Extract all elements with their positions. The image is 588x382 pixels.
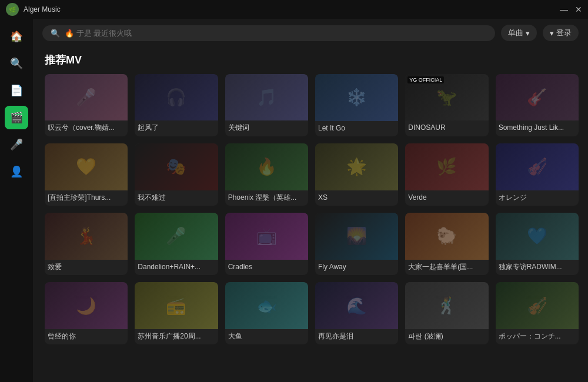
- mv-card-9[interactable]: 🔥Phoenix 涅槃（英雄...: [225, 143, 308, 206]
- search-type-button[interactable]: 单曲 ▾: [501, 25, 537, 41]
- sidebar-item-home[interactable]: 🏠: [5, 25, 28, 48]
- mv-grid: 🎤叹云兮（cover.鞠婧...🎧起风了🎵关键词❄️Let It Go🦖YG O…: [45, 74, 579, 344]
- sidebar-item-artist[interactable]: 🎤: [5, 133, 28, 156]
- mv-title-13: 致爱: [45, 260, 128, 276]
- mv-title-2: 起风了: [135, 120, 218, 136]
- mv-card-19[interactable]: 🌙曾经的你: [45, 282, 128, 344]
- mv-title-15: Cradles: [225, 260, 308, 276]
- mv-card-21[interactable]: 🐟大鱼: [225, 282, 308, 344]
- mv-card-10[interactable]: 🌟XS: [315, 143, 398, 206]
- mv-title-7: [直拍主珍荣]Thurs...: [45, 190, 128, 206]
- mv-card-8[interactable]: 🎭我不难过: [135, 143, 218, 206]
- login-label: 登录: [556, 28, 572, 38]
- mv-card-5[interactable]: 🦖YG OFFICIALDINOSAUR: [405, 74, 488, 136]
- app-title: Alger Music: [24, 5, 61, 14]
- sidebar-item-user[interactable]: 👤: [5, 160, 28, 183]
- mv-title-17: 大家一起喜羊羊(国...: [405, 260, 488, 276]
- mv-title-10: XS: [315, 190, 398, 206]
- mv-card-3[interactable]: 🎵关键词: [225, 74, 308, 136]
- mv-title-21: 大鱼: [225, 329, 308, 345]
- mv-title-18: 独家专访RADWIM...: [496, 260, 579, 276]
- mv-title-11: Verde: [405, 190, 488, 206]
- mv-title-16: Fly Away: [315, 260, 398, 276]
- mv-title-8: 我不难过: [135, 190, 218, 206]
- mv-card-2[interactable]: 🎧起风了: [135, 74, 218, 136]
- mv-title-5: DINOSAUR: [405, 120, 488, 136]
- mv-card-1[interactable]: 🎤叹云兮（cover.鞠婧...: [45, 74, 128, 136]
- mv-card-17[interactable]: 🐑大家一起喜羊羊(国...: [405, 213, 488, 275]
- mv-card-4[interactable]: ❄️Let It Go: [315, 74, 398, 136]
- mv-card-14[interactable]: 🎤Dandelion+RAIN+...: [135, 213, 218, 275]
- searchbar: 🔍 单曲 ▾ ▾ 登录: [33, 19, 588, 47]
- mv-card-15[interactable]: 📺Cradles: [225, 213, 308, 275]
- mv-card-13[interactable]: 💃致爱: [45, 213, 128, 275]
- mv-card-23[interactable]: 🕺파란 (波澜): [405, 282, 488, 344]
- titlebar: 🌿 Alger Music — ✕: [0, 0, 588, 19]
- content-area: 推荐MV 🎤叹云兮（cover.鞠婧...🎧起风了🎵关键词❄️Let It Go…: [33, 47, 588, 382]
- mv-title-3: 关键词: [225, 120, 308, 136]
- mv-title-23: 파란 (波澜): [405, 329, 488, 345]
- yg-label: YG OFFICIAL: [407, 76, 444, 83]
- main-content: 🔍 单曲 ▾ ▾ 登录 推荐MV 🎤叹云兮（cover.鞠婧...🎧起风了🎵关键…: [33, 19, 588, 382]
- mv-title-20: 苏州音乐广播20周...: [135, 329, 218, 345]
- mv-card-24[interactable]: 🎻ポッパー：コンチ...: [496, 282, 579, 344]
- mv-card-12[interactable]: 🎻オレンジ: [496, 143, 579, 206]
- search-input[interactable]: [65, 29, 487, 38]
- section-title: 推荐MV: [45, 53, 579, 67]
- chevron-down-icon-login: ▾: [550, 29, 554, 38]
- sidebar-item-mv[interactable]: 🎬: [5, 106, 28, 129]
- titlebar-controls: — ✕: [560, 5, 582, 14]
- mv-title-19: 曾经的你: [45, 329, 128, 345]
- sidebar-item-lyrics[interactable]: 📄: [5, 79, 28, 102]
- mv-card-20[interactable]: 📻苏州音乐广播20周...: [135, 282, 218, 344]
- chevron-down-icon: ▾: [526, 29, 530, 38]
- close-button[interactable]: ✕: [575, 5, 582, 14]
- mv-title-1: 叹云兮（cover.鞠婧...: [45, 120, 128, 136]
- mv-card-6[interactable]: 🎸Something Just Lik...: [496, 74, 579, 136]
- mv-card-18[interactable]: 💙独家专访RADWIM...: [496, 213, 579, 275]
- mv-title-12: オレンジ: [496, 190, 579, 206]
- login-button[interactable]: ▾ 登录: [543, 25, 579, 41]
- mv-title-14: Dandelion+RAIN+...: [135, 260, 218, 276]
- layout: 🏠 🔍 📄 🎬 🎤 👤 🔍 单曲 ▾ ▾ 登录 推荐MV 🎤叹云: [0, 19, 588, 382]
- mv-title-4: Let It Go: [315, 121, 398, 137]
- mv-title-24: ポッパー：コンチ...: [496, 329, 579, 345]
- search-wrap[interactable]: 🔍: [42, 25, 495, 41]
- sidebar-item-search[interactable]: 🔍: [5, 52, 28, 75]
- mv-title-6: Something Just Lik...: [496, 120, 579, 136]
- sidebar: 🏠 🔍 📄 🎬 🎤 👤: [0, 19, 33, 382]
- search-type-label: 单曲: [508, 28, 523, 38]
- titlebar-left: 🌿 Alger Music: [6, 3, 61, 16]
- mv-title-9: Phoenix 涅槃（英雄...: [225, 190, 308, 206]
- mv-card-22[interactable]: 🌊再见亦是泪: [315, 282, 398, 344]
- mv-card-7[interactable]: 💛[直拍主珍荣]Thurs...: [45, 143, 128, 206]
- minimize-button[interactable]: —: [560, 5, 568, 14]
- mv-card-11[interactable]: 🌿Verde: [405, 143, 488, 206]
- app-avatar: 🌿: [6, 3, 19, 16]
- mv-card-16[interactable]: 🌄Fly Away: [315, 213, 398, 275]
- search-icon: 🔍: [51, 29, 60, 38]
- mv-title-22: 再见亦是泪: [315, 329, 398, 345]
